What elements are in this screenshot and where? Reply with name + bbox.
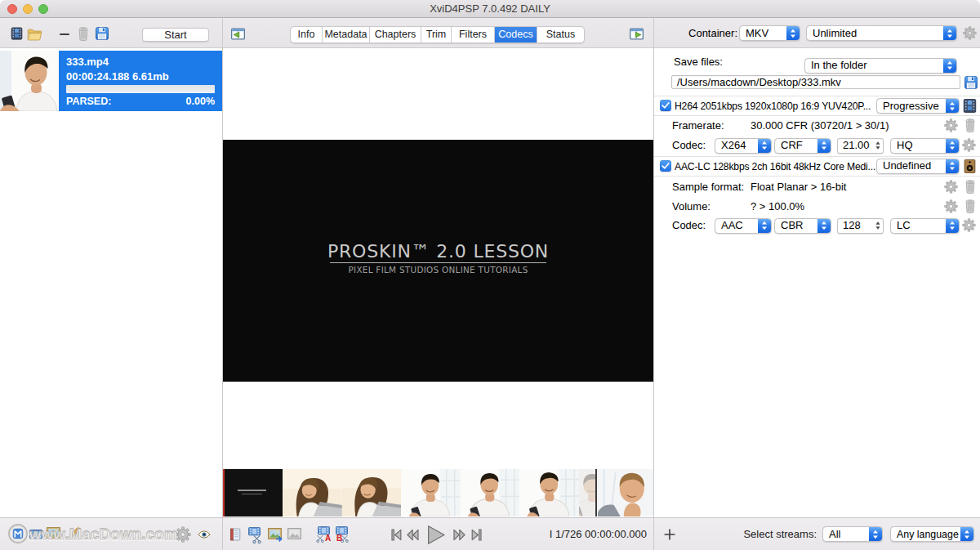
video-stream-checkbox[interactable] <box>660 100 671 111</box>
sample-format-trash-icon[interactable] <box>964 180 976 194</box>
tab-chapters[interactable]: Chapters <box>370 27 421 42</box>
hide-right-panel-icon[interactable] <box>630 28 644 40</box>
video-preview[interactable]: PROSKIN™ 2.0 LESSON PIXEL FILM STUDIOS O… <box>223 140 653 382</box>
spinner-arrows-icon[interactable] <box>872 139 883 153</box>
filmstrip-thumb-partial[interactable] <box>579 469 596 516</box>
chevrons-icon <box>946 159 959 173</box>
tab-trim[interactable]: Trim <box>421 27 452 42</box>
framerate-gear-icon[interactable] <box>944 118 958 132</box>
prev-frame-icon[interactable] <box>407 529 419 541</box>
settings-gear-icon[interactable] <box>175 526 191 543</box>
title-bar: XviD4PSP 7.0.492 DAILY <box>0 0 980 18</box>
remove-file-icon[interactable] <box>60 34 70 36</box>
filmstrip-thumb-man[interactable] <box>401 469 461 516</box>
app-window: XviD4PSP 7.0.492 DAILY Start InfoMetadat… <box>0 0 980 550</box>
video-codec-select[interactable]: X264 <box>715 138 772 154</box>
audio-rate-value-stepper[interactable]: 128 <box>837 218 884 234</box>
filmstrip-thumb-man-closeup[interactable] <box>598 469 654 516</box>
main-toolbar: Start InfoMetadataChaptersTrimFiltersCod… <box>0 18 980 48</box>
filmstrip-thumb-man[interactable] <box>461 469 520 516</box>
tab-filters[interactable]: Filters <box>452 27 495 42</box>
video-codec-label: Codec: <box>672 139 706 152</box>
add-video-icon[interactable] <box>11 27 23 40</box>
filmstrip-playhead <box>223 469 225 516</box>
trim-film-icon[interactable] <box>248 527 263 543</box>
play-icon[interactable] <box>427 525 446 545</box>
skip-start-icon[interactable] <box>391 529 402 541</box>
audio-profile-select[interactable]: LC <box>890 218 960 234</box>
video-scan-select[interactable]: Progressive <box>876 98 960 114</box>
tab-bar: InfoMetadataChaptersTrimFiltersCodecsSta… <box>290 26 585 43</box>
skip-end-icon[interactable] <box>471 529 482 541</box>
preset-select[interactable]: Unlimited <box>806 25 957 41</box>
container-gear-icon[interactable] <box>963 26 977 40</box>
next-frame-icon[interactable] <box>453 529 466 541</box>
start-button[interactable]: Start <box>142 28 209 42</box>
video-codec-gear-icon[interactable] <box>962 138 976 152</box>
eye-icon[interactable] <box>198 530 211 539</box>
volume-gear-icon[interactable] <box>944 199 958 213</box>
save-files-label: Save files: <box>674 56 723 69</box>
container-select[interactable]: MKV <box>739 25 800 41</box>
filmstrip-thumb-woman[interactable] <box>283 469 342 516</box>
open-folder-icon[interactable] <box>27 29 42 41</box>
film-cells-icon[interactable] <box>29 530 42 539</box>
tab-status[interactable]: Status <box>537 27 584 42</box>
pencil-icon[interactable] <box>68 526 81 539</box>
volume-label: Volume: <box>672 200 710 213</box>
parse-progress-bar <box>66 85 215 93</box>
video-stream-summary: H264 2051kbps 1920x1080p 16:9 YUV420P... <box>675 100 876 113</box>
video-subtitle-text: PIXEL FILM STUDIOS ONLINE TUTORIALS <box>223 265 653 275</box>
chevrons-icon <box>758 139 771 153</box>
frame-disabled-icon[interactable] <box>287 528 301 539</box>
export-frame-icon[interactable] <box>268 528 283 543</box>
streams-select[interactable]: All <box>822 526 883 542</box>
spinner-arrows-icon[interactable] <box>872 219 883 233</box>
filmstrip-section-divider <box>595 469 597 516</box>
tab-info[interactable]: Info <box>291 27 323 42</box>
row-separator <box>654 156 980 157</box>
save-mode-select[interactable]: In the folder <box>804 58 957 74</box>
hide-left-panel-icon[interactable] <box>231 28 245 40</box>
filmstrip-thumb-title-card[interactable] <box>224 469 283 516</box>
tab-codecs[interactable]: Codecs <box>495 27 537 42</box>
tab-metadata[interactable]: Metadata <box>323 27 370 42</box>
add-stream-icon[interactable] <box>663 528 676 541</box>
log-book-icon[interactable] <box>229 528 242 541</box>
chevrons-icon <box>943 59 956 73</box>
save-path-icon[interactable] <box>964 76 978 89</box>
framerate-trash-icon[interactable] <box>964 118 976 132</box>
audio-stream-summary: AAC-LC 128kbps 2ch 16bit 48kHz Core Medi… <box>675 160 876 173</box>
trash-icon[interactable] <box>78 27 89 41</box>
audio-stream-checkbox[interactable] <box>660 160 671 172</box>
main-area: 333.mp4 00:00:24.188 6.61mb PARSED: 0.00… <box>0 49 980 517</box>
file-list-item[interactable]: 333.mp4 00:00:24.188 6.61mb PARSED: 0.00… <box>0 51 222 111</box>
trim-a-icon[interactable]: A <box>316 526 332 544</box>
video-quality-select[interactable]: HQ <box>890 138 960 154</box>
filmstrip[interactable] <box>223 469 653 516</box>
picture-icon[interactable] <box>47 527 60 539</box>
trim-b-icon[interactable]: B <box>334 526 350 544</box>
chevrons-icon <box>946 139 959 153</box>
audio-codec-gear-icon[interactable] <box>962 218 976 232</box>
video-rate-value-stepper[interactable]: 21.00 <box>837 138 884 154</box>
audio-stream-icon <box>963 159 977 173</box>
file-meta: 00:00:24.188 6.61mb <box>66 70 169 83</box>
playback-position: I 1/726 00:00:00.000 <box>523 518 647 550</box>
file-thumbnail <box>0 51 59 111</box>
audio-codec-select[interactable]: AAC <box>715 218 772 234</box>
volume-trash-icon[interactable] <box>964 199 976 213</box>
audio-rate-mode-select[interactable]: CBR <box>774 218 831 234</box>
audio-language-select[interactable]: Undefined <box>876 159 960 174</box>
filmstrip-thumb-man[interactable] <box>519 469 579 516</box>
filmstrip-thumb-woman[interactable] <box>342 469 402 516</box>
sample-format-gear-icon[interactable] <box>944 180 958 194</box>
save-icon[interactable] <box>96 27 109 40</box>
video-stream-icon <box>963 99 977 113</box>
bottom-bar: A B I 1/726 00:00:00.000 Select streams:… <box>0 517 980 550</box>
parse-status-value: 0.00% <box>186 96 215 107</box>
chevrons-icon <box>817 219 831 233</box>
language-select[interactable]: Any language <box>890 526 974 542</box>
video-rate-mode-select[interactable]: CRF <box>774 138 831 154</box>
save-path-field[interactable]: /Users/macdown/Desktop/333.mkv <box>671 75 960 89</box>
